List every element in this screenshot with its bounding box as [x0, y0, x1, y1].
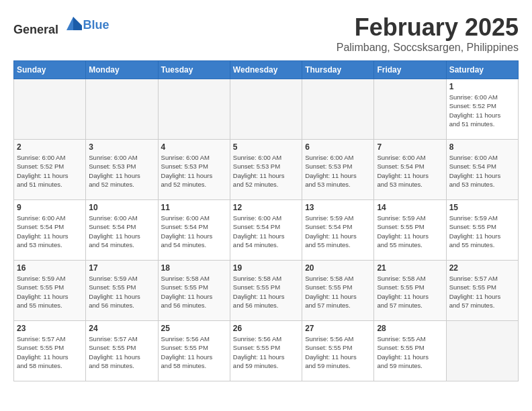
- calendar-cell: 17Sunrise: 5:59 AM Sunset: 5:55 PM Dayli…: [86, 261, 158, 321]
- calendar-cell: 8Sunrise: 6:00 AM Sunset: 5:54 PM Daylig…: [446, 140, 518, 200]
- day-number: 6: [305, 142, 371, 152]
- day-number: 8: [449, 142, 515, 152]
- day-info: Sunrise: 5:58 AM Sunset: 5:55 PM Dayligh…: [377, 274, 443, 310]
- day-info: Sunrise: 6:00 AM Sunset: 5:53 PM Dayligh…: [233, 153, 299, 189]
- day-info: Sunrise: 6:00 AM Sunset: 5:53 PM Dayligh…: [89, 153, 154, 189]
- calendar-cell: [86, 79, 158, 140]
- day-number: 3: [89, 142, 154, 152]
- day-number: 13: [305, 203, 371, 212]
- day-info: Sunrise: 5:59 AM Sunset: 5:55 PM Dayligh…: [17, 274, 83, 310]
- day-info: Sunrise: 6:00 AM Sunset: 5:54 PM Dayligh…: [89, 214, 154, 249]
- day-number: 4: [161, 142, 227, 152]
- day-info: Sunrise: 5:56 AM Sunset: 5:55 PM Dayligh…: [233, 334, 299, 370]
- day-header-friday: Friday: [374, 61, 446, 79]
- day-info: Sunrise: 6:00 AM Sunset: 5:54 PM Dayligh…: [449, 153, 515, 189]
- calendar-cell: [446, 321, 518, 381]
- calendar-cell: 15Sunrise: 5:59 AM Sunset: 5:55 PM Dayli…: [446, 200, 518, 261]
- day-number: 12: [233, 203, 299, 212]
- calendar-cell: 21Sunrise: 5:58 AM Sunset: 5:55 PM Dayli…: [374, 261, 446, 321]
- day-info: Sunrise: 5:57 AM Sunset: 5:55 PM Dayligh…: [17, 334, 83, 370]
- calendar-cell: 1Sunrise: 6:00 AM Sunset: 5:52 PM Daylig…: [446, 79, 518, 140]
- day-number: 20: [305, 263, 371, 273]
- calendar-cell: 2Sunrise: 6:00 AM Sunset: 5:52 PM Daylig…: [14, 140, 86, 200]
- day-number: 1: [449, 82, 515, 91]
- day-number: 11: [161, 203, 227, 212]
- calendar-table: SundayMondayTuesdayWednesdayThursdayFrid…: [13, 60, 519, 381]
- day-number: 28: [377, 324, 443, 333]
- calendar-title: February 2025: [337, 13, 519, 42]
- day-info: Sunrise: 5:58 AM Sunset: 5:55 PM Dayligh…: [233, 274, 299, 310]
- day-number: 5: [233, 142, 299, 152]
- calendar-cell: [230, 79, 302, 140]
- calendar-cell: 11Sunrise: 6:00 AM Sunset: 5:54 PM Dayli…: [158, 200, 230, 261]
- day-number: 7: [377, 142, 443, 152]
- calendar-cell: 13Sunrise: 5:59 AM Sunset: 5:54 PM Dayli…: [302, 200, 374, 261]
- day-header-wednesday: Wednesday: [230, 61, 302, 79]
- calendar-cell: 10Sunrise: 6:00 AM Sunset: 5:54 PM Dayli…: [86, 200, 158, 261]
- calendar-cell: [14, 79, 86, 140]
- calendar-cell: 5Sunrise: 6:00 AM Sunset: 5:53 PM Daylig…: [230, 140, 302, 200]
- day-number: 19: [233, 263, 299, 273]
- calendar-cell: 22Sunrise: 5:57 AM Sunset: 5:55 PM Dayli…: [446, 261, 518, 321]
- calendar-cell: [158, 79, 230, 140]
- calendar-cell: 7Sunrise: 6:00 AM Sunset: 5:54 PM Daylig…: [374, 140, 446, 200]
- day-number: 2: [17, 142, 83, 152]
- logo-blue-text: Blue: [83, 18, 109, 32]
- calendar-cell: 14Sunrise: 5:59 AM Sunset: 5:55 PM Dayli…: [374, 200, 446, 261]
- day-number: 14: [377, 203, 443, 212]
- calendar-cell: 25Sunrise: 5:56 AM Sunset: 5:55 PM Dayli…: [158, 321, 230, 381]
- calendar-cell: 3Sunrise: 6:00 AM Sunset: 5:53 PM Daylig…: [86, 140, 158, 200]
- calendar-header-row: SundayMondayTuesdayWednesdayThursdayFrid…: [14, 61, 519, 79]
- day-info: Sunrise: 5:59 AM Sunset: 5:54 PM Dayligh…: [305, 214, 371, 249]
- day-header-sunday: Sunday: [14, 61, 86, 79]
- day-info: Sunrise: 6:00 AM Sunset: 5:54 PM Dayligh…: [17, 214, 83, 249]
- svg-marker-1: [73, 17, 82, 30]
- calendar-cell: 19Sunrise: 5:58 AM Sunset: 5:55 PM Dayli…: [230, 261, 302, 321]
- day-info: Sunrise: 6:00 AM Sunset: 5:53 PM Dayligh…: [305, 153, 371, 189]
- day-number: 21: [377, 263, 443, 273]
- day-header-tuesday: Tuesday: [158, 61, 230, 79]
- day-info: Sunrise: 5:59 AM Sunset: 5:55 PM Dayligh…: [89, 274, 154, 310]
- title-area: February 2025 Palimbang, Soccsksargen, P…: [337, 13, 519, 54]
- day-info: Sunrise: 6:00 AM Sunset: 5:52 PM Dayligh…: [17, 153, 83, 189]
- logo-general-text: General: [13, 23, 58, 36]
- day-info: Sunrise: 5:57 AM Sunset: 5:55 PM Dayligh…: [449, 274, 515, 310]
- day-number: 24: [89, 324, 154, 333]
- calendar-cell: 9Sunrise: 6:00 AM Sunset: 5:54 PM Daylig…: [14, 200, 86, 261]
- calendar-cell: 23Sunrise: 5:57 AM Sunset: 5:55 PM Dayli…: [14, 321, 86, 381]
- calendar-cell: 20Sunrise: 5:58 AM Sunset: 5:55 PM Dayli…: [302, 261, 374, 321]
- day-number: 23: [17, 324, 83, 333]
- day-info: Sunrise: 6:00 AM Sunset: 5:54 PM Dayligh…: [233, 214, 299, 249]
- day-number: 15: [449, 203, 515, 212]
- calendar-week-row: 16Sunrise: 5:59 AM Sunset: 5:55 PM Dayli…: [14, 261, 519, 321]
- header: General Blue February 2025 Palimbang, So…: [13, 13, 519, 54]
- calendar-week-row: 2Sunrise: 6:00 AM Sunset: 5:52 PM Daylig…: [14, 140, 519, 200]
- day-info: Sunrise: 5:57 AM Sunset: 5:55 PM Dayligh…: [89, 334, 154, 370]
- calendar-cell: 24Sunrise: 5:57 AM Sunset: 5:55 PM Dayli…: [86, 321, 158, 381]
- day-number: 18: [161, 263, 227, 273]
- calendar-cell: 6Sunrise: 6:00 AM Sunset: 5:53 PM Daylig…: [302, 140, 374, 200]
- day-number: 9: [17, 203, 83, 212]
- day-number: 17: [89, 263, 154, 273]
- day-info: Sunrise: 6:00 AM Sunset: 5:54 PM Dayligh…: [161, 214, 227, 249]
- day-number: 26: [233, 324, 299, 333]
- day-info: Sunrise: 5:56 AM Sunset: 5:55 PM Dayligh…: [305, 334, 371, 370]
- calendar-cell: 28Sunrise: 5:55 AM Sunset: 5:55 PM Dayli…: [374, 321, 446, 381]
- calendar-cell: 27Sunrise: 5:56 AM Sunset: 5:55 PM Dayli…: [302, 321, 374, 381]
- day-header-thursday: Thursday: [302, 61, 374, 79]
- calendar-week-row: 23Sunrise: 5:57 AM Sunset: 5:55 PM Dayli…: [14, 321, 519, 381]
- calendar-cell: 18Sunrise: 5:58 AM Sunset: 5:55 PM Dayli…: [158, 261, 230, 321]
- day-header-saturday: Saturday: [446, 61, 518, 79]
- day-info: Sunrise: 6:00 AM Sunset: 5:52 PM Dayligh…: [449, 93, 515, 128]
- logo: General Blue: [13, 13, 109, 37]
- day-number: 27: [305, 324, 371, 333]
- day-info: Sunrise: 5:59 AM Sunset: 5:55 PM Dayligh…: [377, 214, 443, 249]
- day-info: Sunrise: 5:59 AM Sunset: 5:55 PM Dayligh…: [449, 214, 515, 249]
- day-number: 22: [449, 263, 515, 273]
- day-info: Sunrise: 5:56 AM Sunset: 5:55 PM Dayligh…: [161, 334, 227, 370]
- calendar-cell: 26Sunrise: 5:56 AM Sunset: 5:55 PM Dayli…: [230, 321, 302, 381]
- calendar-week-row: 9Sunrise: 6:00 AM Sunset: 5:54 PM Daylig…: [14, 200, 519, 261]
- calendar-subtitle: Palimbang, Soccsksargen, Philippines: [337, 42, 519, 54]
- calendar-cell: 12Sunrise: 6:00 AM Sunset: 5:54 PM Dayli…: [230, 200, 302, 261]
- day-number: 25: [161, 324, 227, 333]
